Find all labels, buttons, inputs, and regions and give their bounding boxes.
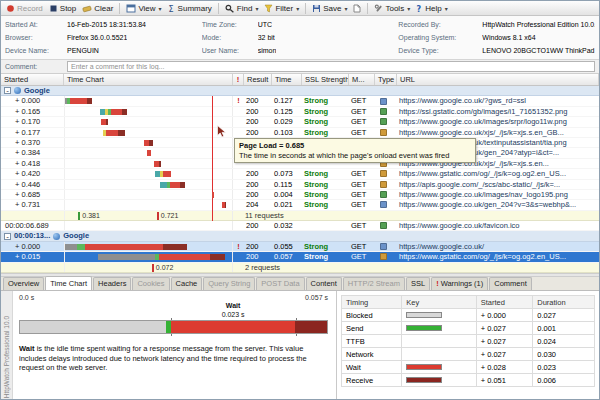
request-row[interactable]: + 0.1772000.103StrongGEThttps://www.goog… xyxy=(1,128,599,138)
tab-warnings-1[interactable]: !Warnings (1) xyxy=(431,277,488,290)
collapse-expander-icon[interactable]: - xyxy=(4,233,11,240)
timing-bar-wrap: Wait 0.023 s xyxy=(19,302,328,338)
timing-duration: 0.030 xyxy=(533,348,595,361)
request-row[interactable]: + 0.1652000.125StrongGEThttps://ssl.gsta… xyxy=(1,107,599,117)
request-time-chart xyxy=(64,190,233,199)
page-button[interactable] xyxy=(350,2,364,15)
timing-bar-segment xyxy=(20,321,166,333)
summary-button[interactable]: ΣSummary xyxy=(165,2,215,15)
toolbar-button-label: Filter xyxy=(275,4,293,13)
stop-button[interactable]: Stop xyxy=(46,2,79,15)
content-type-cell xyxy=(375,107,397,116)
tab-time-chart[interactable]: Time Chart xyxy=(45,276,92,290)
summary-spacer xyxy=(1,211,64,220)
request-row[interactable]: + 0.7312040.021StrongGEThttps://www.goog… xyxy=(1,200,599,210)
timing-key-cell xyxy=(402,374,476,387)
column-header-time-chart[interactable]: Time Chart xyxy=(64,74,233,85)
timing-bar-segment xyxy=(295,321,327,333)
branding-strip: HttpWatch Professional 10.0 xyxy=(1,291,13,400)
bar-segment xyxy=(87,98,92,104)
tab-cache[interactable]: Cache xyxy=(171,277,203,290)
info-column: Started At:16-Feb-2015 18:31:53.84Browse… xyxy=(5,18,202,57)
column-header-result[interactable]: Result xyxy=(244,74,272,85)
request-started: + 0.000 xyxy=(1,96,64,105)
column-header-item[interactable]: ! xyxy=(233,74,244,85)
column-header-ssl-strength[interactable]: SSL Strength xyxy=(302,74,349,85)
bar-segment xyxy=(77,244,84,250)
timing-key-cell xyxy=(402,309,476,322)
time-chart-bar xyxy=(65,244,187,250)
help-button[interactable]: ?Help▾ xyxy=(413,2,450,15)
tab-label: SSL xyxy=(411,278,425,290)
page-group-row[interactable]: -Google xyxy=(1,86,599,96)
request-row[interactable]: + 0.000!2000.127StrongGEThttps://www.goo… xyxy=(1,96,599,106)
summary-timeline: 0.072 xyxy=(64,263,233,272)
request-row[interactable]: + 0.4202000.073StrongGEThttps://www.gsta… xyxy=(1,169,599,179)
page-group-row[interactable]: -00:00:13...Google xyxy=(1,231,599,241)
info-label: User Name: xyxy=(202,45,258,56)
tab-http-2-stream[interactable]: HTTP/2 Stream xyxy=(343,277,405,290)
request-url: https://www.google.co.uk/gen_204?v=3&s=w… xyxy=(397,200,599,209)
timing-row: Network+ 0.0270.030 xyxy=(342,348,595,361)
timing-summary-panel: TimingKeyStartedDurationBlocked+ 0.0000.… xyxy=(337,291,599,400)
tab-post-data[interactable]: POST Data xyxy=(256,277,304,290)
request-row[interactable]: + 0.4462000.115StrongGEThttps://apis.goo… xyxy=(1,180,599,190)
warning-indicator xyxy=(233,117,244,126)
collapse-expander-icon[interactable]: - xyxy=(4,87,11,94)
tab-overview[interactable]: Overview xyxy=(3,277,44,290)
warning-indicator: ! xyxy=(233,242,244,251)
column-header-time[interactable]: Time xyxy=(272,74,302,85)
warning-indicator xyxy=(233,221,244,230)
ssl-strength: Strong xyxy=(302,169,349,178)
tooltip-text: The time in seconds at which the page's … xyxy=(239,151,471,160)
tab-ssl[interactable]: SSL xyxy=(406,277,430,290)
request-url: https://www.google.co.uk/?gws_rd=ssl xyxy=(397,96,599,105)
request-row[interactable]: + 0.0152000.057StrongGEThttps://www.gsta… xyxy=(1,252,599,262)
request-row[interactable]: 00:00:06.6892000.032GEThttps://www.googl… xyxy=(1,221,599,231)
column-header-type[interactable]: Type xyxy=(375,74,397,85)
script-type-icon xyxy=(380,129,387,136)
content-type-cell xyxy=(375,96,397,105)
save-button[interactable]: Save▾ xyxy=(309,2,350,15)
request-time-chart xyxy=(64,169,233,178)
result-code: 200 xyxy=(244,107,272,116)
tab-comment[interactable]: Comment xyxy=(489,277,532,290)
wait-description-text: is the idle time spent waiting for a res… xyxy=(19,344,307,372)
time-chart-bar xyxy=(65,98,92,104)
find-button[interactable]: Find▾ xyxy=(222,2,262,15)
request-time-chart xyxy=(64,252,233,261)
tab-headers[interactable]: Headers xyxy=(93,277,131,290)
column-header-started[interactable]: Started xyxy=(1,74,64,85)
request-started: + 0.165 xyxy=(1,107,64,116)
filter-button[interactable]: Filter▾ xyxy=(261,2,302,15)
time-chart-bar xyxy=(100,109,127,115)
comment-input[interactable] xyxy=(67,61,595,72)
view-button[interactable]: View▾ xyxy=(123,2,164,15)
request-row[interactable]: + 0.1702000.029StrongGEThttps://www.goog… xyxy=(1,117,599,127)
tools-button[interactable]: Tools▾ xyxy=(371,2,413,15)
request-url: https://www.google.co.uk/xjs/_/js/k=xjs.… xyxy=(397,128,599,137)
timing-col-timing: Timing xyxy=(342,296,402,309)
timing-key-cell xyxy=(402,361,476,374)
request-row[interactable]: + 0.000!2000.055StrongGEThttps://www.goo… xyxy=(1,242,599,252)
request-row[interactable]: + 0.6852000.004StrongGEThttps://www.goog… xyxy=(1,190,599,200)
tab-query-string[interactable]: Query String xyxy=(203,277,255,290)
column-header-m[interactable]: M... xyxy=(349,74,375,85)
request-time: 0.055 xyxy=(272,242,302,251)
tab-content[interactable]: Content xyxy=(306,277,342,290)
column-header-url[interactable]: URL xyxy=(397,74,599,85)
bar-segment xyxy=(65,244,77,250)
tab-cookies[interactable]: Cookies xyxy=(132,277,169,290)
record-button[interactable]: Record xyxy=(3,2,46,15)
clear-button[interactable]: Clear xyxy=(79,2,116,15)
result-code: 200 xyxy=(244,180,272,189)
info-label: Browser: xyxy=(5,32,67,43)
wait-description-term: Wait xyxy=(19,344,35,353)
result-code: 200 xyxy=(244,117,272,126)
time-chart-bar xyxy=(154,161,160,167)
bar-segment xyxy=(212,192,215,198)
toolbar-button-label: Save xyxy=(323,4,341,13)
request-time-chart xyxy=(64,242,233,251)
timing-table-header: TimingKeyStartedDuration xyxy=(342,296,595,309)
result-code: 200 xyxy=(244,190,272,199)
